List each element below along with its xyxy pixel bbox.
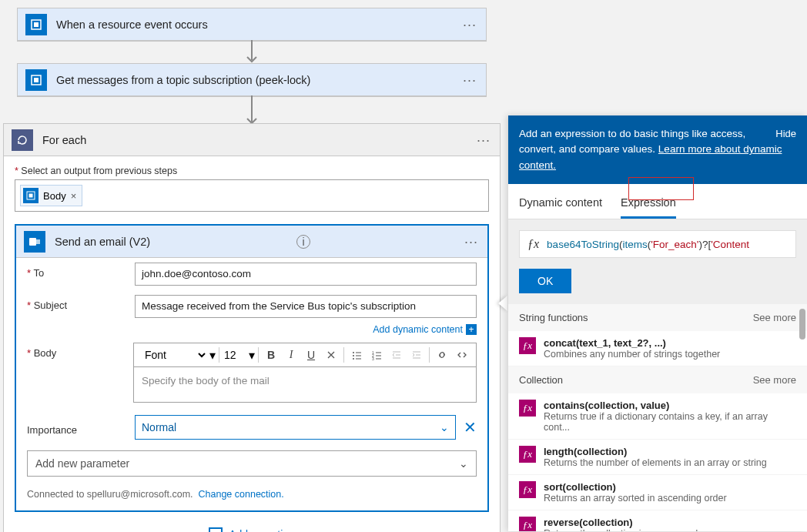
svg-point-13 [353,358,354,360]
loop-icon [12,129,33,151]
tab-dynamic-content[interactable]: Dynamic content [519,196,602,219]
expression-input[interactable]: ƒx base64ToString(items('For_each')?['Co… [519,230,796,258]
trigger-menu[interactable]: ··· [461,18,478,32]
font-select[interactable]: Font [139,346,208,363]
email-card: Send an email (V2) i ··· To john.doe@con… [15,224,489,512]
fx-badge-icon: ƒx [519,446,536,463]
email-menu[interactable]: ··· [463,235,480,249]
add-action-button[interactable]: Add an action [15,512,489,532]
action-card-get-messages[interactable]: Get messages from a topic subscription (… [17,63,487,97]
body-toolbar: Font▾ 12▾ B I U 123 [133,343,477,367]
foreach-output-input[interactable]: Body × [15,179,489,212]
panel-header: Hide Add an expression to do basic thing… [508,115,807,184]
importance-label: Importance [27,420,135,436]
section-collection[interactable]: Collection See more [508,366,807,393]
plus-icon: + [466,324,477,335]
to-label: To [27,263,135,279]
func-contains[interactable]: ƒx contains(collection, value)Returns tr… [508,393,807,440]
foreach-output-label: Select an output from previous steps [15,166,489,176]
foreach-card: For each ··· Select an output from previ… [3,123,501,532]
chevron-down-icon: ▾ [249,348,255,363]
action-title: Get messages from a topic subscription (… [56,74,310,86]
indent-button[interactable] [407,346,426,364]
trigger-title: When a resource event occurs [56,18,208,31]
bullet-list-button[interactable] [347,346,366,364]
add-parameter-select[interactable]: Add new parameter ⌄ [27,450,477,477]
add-action-icon [209,527,223,532]
body-label: Body [27,343,133,359]
subject-label: Subject [27,295,135,311]
foreach-menu[interactable]: ··· [475,133,492,147]
number-list-button[interactable]: 123 [367,346,386,364]
func-length[interactable]: ƒx length(collection)Returns the number … [508,440,807,475]
outdent-button[interactable] [387,346,406,364]
connection-text: Connected to spelluru@microsoft.com. [27,489,193,500]
fx-badge-icon: ƒx [519,517,536,531]
chevron-down-icon: ▾ [209,348,216,363]
chevron-down-icon: ⌄ [459,457,468,470]
svg-point-9 [353,352,354,353]
svg-rect-1 [34,22,39,27]
to-input[interactable]: john.doe@contoso.com [135,263,477,286]
fx-badge-icon: ƒx [519,481,536,498]
callout-arrow-icon [498,296,507,311]
function-list[interactable]: String functions See more ƒx concat(text… [508,304,807,531]
fx-badge-icon: ƒx [519,400,536,417]
service-bus-icon [23,188,39,203]
token-body[interactable]: Body × [20,185,82,206]
add-dynamic-content-link[interactable]: Add dynamic content+ [16,323,487,338]
svg-rect-7 [29,194,33,198]
svg-rect-4 [34,78,39,82]
chevron-down-icon: ⌄ [440,421,449,433]
info-icon[interactable]: i [296,235,310,249]
fx-icon: ƒx [520,237,547,251]
importance-select[interactable]: Normal ⌄ [135,415,456,440]
foreach-header[interactable]: For each ··· [4,124,500,156]
outlook-icon [24,231,45,253]
highlight-annotation [628,177,694,200]
foreach-title: For each [42,134,86,146]
email-header[interactable]: Send an email (V2) i ··· [16,226,487,258]
clear-importance-button[interactable]: ✕ [464,418,477,437]
token-remove[interactable]: × [71,190,77,202]
underline-button[interactable]: U [302,346,320,364]
hide-link[interactable]: Hide [775,126,796,142]
link-button[interactable] [433,346,451,364]
scrollbar-thumb[interactable] [799,309,805,340]
action-menu[interactable]: ··· [461,73,478,87]
service-bus-icon [25,69,47,91]
see-more-link[interactable]: See more [753,374,796,386]
font-size-select[interactable]: 12 [223,347,247,363]
trigger-card[interactable]: When a resource event occurs ··· [17,8,487,42]
code-view-button[interactable] [453,346,471,364]
change-connection-link[interactable]: Change connection. [199,489,284,500]
func-concat[interactable]: ƒx concat(text_1, text_2?, ...)Combines … [508,331,807,366]
see-more-link[interactable]: See more [753,312,796,323]
svg-point-11 [353,355,354,356]
fx-badge-icon: ƒx [519,337,536,354]
func-reverse[interactable]: ƒx reverse(collection)Returns the collec… [508,510,807,531]
bold-button[interactable]: B [262,346,280,364]
arrow-icon [244,40,260,66]
svg-text:3: 3 [372,356,374,360]
ok-button[interactable]: OK [519,269,571,293]
section-string-functions[interactable]: String functions See more [508,304,807,331]
italic-button[interactable]: I [282,346,300,364]
event-grid-icon [25,14,47,35]
func-sort[interactable]: ƒx sort(collection)Returns an array sort… [508,475,807,510]
body-input[interactable]: Specify the body of the mail [133,367,477,403]
email-title: Send an email (V2) [55,236,150,248]
subject-input[interactable]: Message received from the Service Bus to… [135,295,477,318]
clear-format-button[interactable] [322,346,340,364]
svg-rect-8 [29,238,36,246]
